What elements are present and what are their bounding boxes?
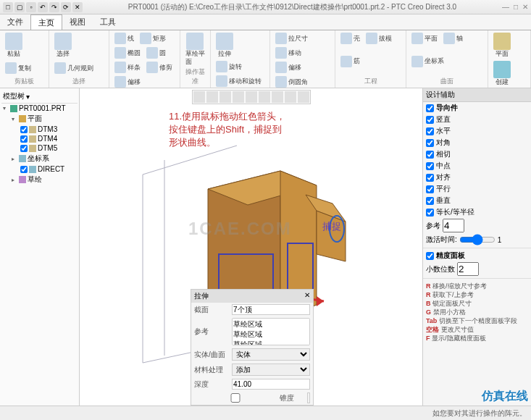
line-button[interactable]: 线: [112, 32, 136, 45]
circle-button[interactable]: 圆: [144, 46, 168, 59]
shell-button[interactable]: 壳: [338, 32, 362, 45]
rect-button[interactable]: 矩形: [138, 32, 168, 45]
dim-button[interactable]: 拉尺寸: [273, 32, 310, 45]
tangent-checkbox[interactable]: [426, 151, 434, 159]
qat-save-icon[interactable]: ▫: [26, 2, 36, 12]
paste-button[interactable]: 粘贴: [3, 32, 25, 59]
trim-button[interactable]: 修剪: [144, 61, 175, 74]
tab-tools[interactable]: 工具: [93, 14, 123, 30]
tab-home[interactable]: 主页: [30, 14, 62, 30]
status-bar: 如您要对其进行操作的阵元。: [0, 406, 531, 420]
tree-node-planes[interactable]: ▾平面: [1, 113, 78, 125]
extrude-button[interactable]: 拉伸: [214, 32, 235, 59]
panel-close-icon[interactable]: ✕: [304, 291, 310, 301]
equal-checkbox[interactable]: [426, 209, 434, 217]
qat-regen-icon[interactable]: ⟳: [61, 2, 71, 12]
ribbon-group-select: 选择 几何规则 选择: [49, 30, 109, 88]
taper-input[interactable]: [307, 392, 310, 403]
refit-icon[interactable]: [193, 91, 205, 103]
tab-file[interactable]: 文件: [0, 14, 30, 30]
repaint-icon[interactable]: [233, 91, 244, 103]
dtm5-checkbox: [20, 145, 28, 152]
select-button[interactable]: 选择: [52, 32, 74, 59]
axis-button[interactable]: 轴: [441, 32, 465, 45]
midpoint-checkbox[interactable]: [426, 162, 434, 170]
rib-button[interactable]: 筋: [338, 55, 362, 68]
round-button[interactable]: 倒圆角: [273, 75, 310, 88]
horizontal-checkbox[interactable]: [426, 127, 434, 135]
geom-rule-button[interactable]: 几何规则: [52, 62, 96, 75]
tree-node-direct[interactable]: DIRECT: [1, 164, 78, 174]
wireframe-icon[interactable]: [259, 91, 270, 103]
move-rotate-button[interactable]: 移动和旋转: [214, 75, 264, 88]
capture-label: 捕捉: [322, 220, 341, 233]
section-input[interactable]: [232, 304, 310, 315]
decimals-input[interactable]: [457, 262, 479, 276]
move-button[interactable]: 移动: [273, 46, 304, 59]
offset-edit-button[interactable]: 偏移: [273, 61, 304, 74]
tab-view[interactable]: 视图: [62, 14, 93, 30]
ref-count-input[interactable]: [443, 219, 464, 232]
qat-redo-icon[interactable]: ↷: [49, 2, 59, 12]
qat-close-icon[interactable]: ✕: [72, 2, 83, 12]
qat-open-icon[interactable]: ▢: [14, 2, 25, 12]
ribbon-tabs: 文件 主页 视图 工具: [0, 14, 531, 30]
status-right: 如您要对其进行操作的阵元。: [432, 408, 527, 419]
ref-select[interactable]: 草绘区域 草绘区域 草绘区域: [232, 318, 310, 345]
group-label: 选择: [52, 76, 106, 86]
tree-node-sketch[interactable]: ▸草绘: [1, 174, 78, 185]
taper-checkbox[interactable]: [194, 393, 277, 403]
tree-node-dtm4[interactable]: DTM4: [1, 134, 78, 143]
revolve-button[interactable]: 旋转: [214, 60, 244, 73]
solid-surf-select[interactable]: 实体: [232, 348, 310, 361]
shade-icon[interactable]: [246, 91, 257, 103]
viewport[interactable]: 1CAE.COM 11.使用鼠标拖动红色箭头， 按住键盘上的Shift，捕捉到 …: [80, 88, 422, 406]
delay-slider[interactable]: [459, 234, 496, 245]
parallel-checkbox[interactable]: [426, 185, 434, 193]
tree-settings-icon[interactable]: ▾: [26, 93, 30, 101]
ribbon-group-eng: 壳 拔模 筋 工程: [335, 30, 407, 88]
close-icon[interactable]: ✕: [522, 3, 528, 11]
tree-root[interactable]: ▾PRT0001.PRT: [1, 104, 78, 113]
diagonal-checkbox[interactable]: [426, 139, 434, 147]
group-label: 曲面: [409, 76, 485, 86]
material-select[interactable]: 添加: [232, 364, 310, 376]
precision-checkbox[interactable]: [426, 252, 434, 260]
qat-new-icon[interactable]: □: [3, 2, 13, 12]
draft-button[interactable]: 拔模: [364, 32, 394, 45]
sketch-plane-button[interactable]: 草绘平面: [183, 32, 208, 67]
extrude-panel: 拉伸✕ 截面 参考 草绘区域 草绘区域 草绘区域 实体/曲面实体 材料处理添加 …: [191, 289, 314, 406]
plane-surf-button[interactable]: 平面: [409, 32, 440, 45]
zoom-out-icon[interactable]: [219, 91, 231, 103]
guides-checkbox[interactable]: [426, 104, 434, 112]
blend-button[interactable]: 创建: [491, 60, 513, 87]
tree-node-csys[interactable]: ▸坐标系: [1, 153, 78, 164]
minimize-icon[interactable]: —: [502, 3, 509, 11]
tree-node-dtm5[interactable]: DTM5: [1, 143, 78, 153]
watermark: 1CAE.COM: [188, 219, 292, 239]
orient-icon[interactable]: [272, 91, 283, 103]
copy-button[interactable]: 复制: [3, 62, 33, 75]
vert2-checkbox[interactable]: [426, 197, 434, 205]
instruction-annotation: 11.使用鼠标拖动红色箭头， 按住键盘上的Shift，捕捉到 形状曲线。: [169, 110, 306, 149]
zoom-in-icon[interactable]: [206, 91, 218, 103]
csys-button[interactable]: 坐标系: [409, 55, 446, 68]
qat-undo-icon[interactable]: ↶: [38, 2, 48, 12]
perspective-icon[interactable]: [298, 91, 309, 103]
spline-button[interactable]: 样条: [112, 61, 143, 74]
dtm4-checkbox: [20, 135, 28, 143]
ribbon-group-shape: 拉伸 旋转 移动和旋转 修改形 重代 形状: [211, 30, 270, 88]
vertical-checkbox[interactable]: [426, 116, 434, 124]
depth-input[interactable]: [232, 379, 310, 390]
ellipse-button[interactable]: 椭圆: [112, 46, 143, 59]
svg-marker-12: [317, 296, 324, 306]
datum-plane-button[interactable]: 平面: [491, 32, 513, 59]
direct-checkbox: [20, 166, 28, 173]
design-guide-panel: 设计辅助 导向件 竖直 水平 对角 相切 中点 对齐 平行 垂直 等长/等半径 …: [422, 88, 531, 406]
quick-access-toolbar: □ ▢ ▫ ↶ ↷ ⟳ ✕: [3, 2, 83, 12]
tree-node-dtm3[interactable]: DTM3: [1, 125, 78, 134]
perp-checkbox[interactable]: [426, 174, 434, 182]
maximize-icon[interactable]: □: [514, 3, 518, 11]
offset-button[interactable]: 偏移: [112, 75, 143, 88]
saved-view-icon[interactable]: [285, 91, 296, 103]
